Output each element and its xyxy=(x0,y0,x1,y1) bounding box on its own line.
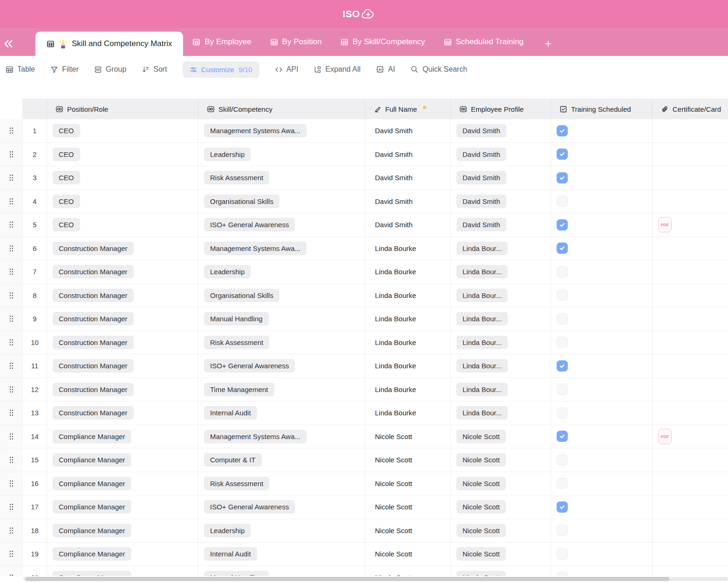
full-name-cell[interactable]: Linda Bourke xyxy=(365,307,450,331)
training-checkbox[interactable] xyxy=(557,501,568,513)
certificate-cell[interactable] xyxy=(652,166,728,189)
skill-cell[interactable]: Internal Audit xyxy=(198,401,365,425)
skill-pill[interactable]: Computer & IT xyxy=(204,453,262,467)
employee-profile-cell[interactable]: Nicole Scott xyxy=(450,495,551,519)
training-scheduled-cell[interactable] xyxy=(551,237,652,260)
employee-profile-pill[interactable]: David Smith xyxy=(456,218,506,231)
training-scheduled-cell[interactable] xyxy=(551,472,652,495)
toolbar-expand-all-button[interactable]: Expand All xyxy=(313,65,361,74)
employee-profile-pill[interactable]: Linda Bour... xyxy=(456,359,508,372)
position-pill[interactable]: Construction Manager xyxy=(53,289,134,302)
training-scheduled-cell[interactable] xyxy=(551,260,652,284)
training-scheduled-cell[interactable] xyxy=(551,331,652,354)
position-cell[interactable]: Construction Manager xyxy=(47,237,198,260)
skill-cell[interactable]: Manual Handling xyxy=(198,307,365,331)
employee-profile-pill[interactable]: Linda Bour... xyxy=(456,312,508,325)
position-cell[interactable]: Construction Manager xyxy=(47,307,198,331)
position-cell[interactable]: CEO xyxy=(47,190,198,213)
full-name-cell[interactable]: Linda Bourke xyxy=(365,260,450,284)
position-cell[interactable]: Construction Manager xyxy=(47,378,198,401)
skill-pill[interactable]: Time Management xyxy=(204,383,274,396)
training-checkbox[interactable] xyxy=(557,313,568,325)
employee-profile-cell[interactable]: Nicole Scott xyxy=(450,519,551,542)
row-drag-handle[interactable] xyxy=(0,448,22,472)
toolbar-ai-button[interactable]: AIAI xyxy=(376,65,395,74)
toolbar-sort-button[interactable]: Sort xyxy=(142,65,167,74)
skill-pill[interactable]: Management Systems Awa... xyxy=(204,242,306,255)
employee-profile-pill[interactable]: Nicole Scott xyxy=(456,430,506,443)
position-pill[interactable]: Compliance Manager xyxy=(53,500,131,514)
add-view-button[interactable]: + xyxy=(545,37,551,50)
position-cell[interactable]: Construction Manager xyxy=(47,354,198,378)
training-checkbox[interactable] xyxy=(557,337,568,348)
full-name-cell[interactable]: David Smith xyxy=(365,213,450,237)
toolbar-table-button[interactable]: Table xyxy=(6,65,35,74)
certificate-cell[interactable]: PDF xyxy=(652,425,728,448)
full-name-cell[interactable]: Linda Bourke xyxy=(365,237,450,260)
training-checkbox[interactable] xyxy=(557,525,568,536)
training-scheduled-cell[interactable] xyxy=(551,213,652,237)
full-name-cell[interactable]: David Smith xyxy=(365,143,450,166)
skill-pill[interactable]: Organisational Skills xyxy=(204,289,279,302)
position-cell[interactable]: Construction Manager xyxy=(47,284,198,307)
position-cell[interactable]: CEO xyxy=(47,119,198,142)
tab-by-employee[interactable]: By Employee xyxy=(183,28,260,56)
chevrons-left-icon[interactable] xyxy=(3,38,14,49)
skill-pill[interactable]: Risk Assessment xyxy=(204,171,269,184)
column-header-position-role[interactable]: Position/Role xyxy=(47,99,198,119)
skill-cell[interactable]: Risk Assessment xyxy=(198,472,365,495)
employee-profile-pill[interactable]: Linda Bour... xyxy=(456,383,508,396)
employee-profile-pill[interactable]: Linda Bour... xyxy=(456,265,508,278)
full-name-cell[interactable]: Linda Bourke xyxy=(365,401,450,425)
certificate-cell[interactable] xyxy=(652,495,728,519)
skill-pill[interactable]: Risk Assessment xyxy=(204,336,269,349)
employee-profile-pill[interactable]: Linda Bour... xyxy=(456,289,508,302)
skill-pill[interactable]: ISO+ General Awareness xyxy=(204,359,295,372)
employee-profile-pill[interactable]: Linda Bour... xyxy=(456,336,508,349)
employee-profile-cell[interactable]: David Smith xyxy=(450,143,551,166)
position-pill[interactable]: Construction Manager xyxy=(53,336,134,349)
certificate-cell[interactable] xyxy=(652,237,728,260)
training-scheduled-cell[interactable] xyxy=(551,448,652,472)
position-cell[interactable]: Compliance Manager xyxy=(47,495,198,519)
row-drag-handle[interactable] xyxy=(0,472,22,495)
row-drag-handle[interactable] xyxy=(0,331,22,354)
row-drag-handle[interactable] xyxy=(0,378,22,401)
skill-cell[interactable]: Organisational Skills xyxy=(198,284,365,307)
skill-cell[interactable]: Management Systems Awa... xyxy=(198,425,365,448)
position-cell[interactable]: Compliance Manager xyxy=(47,448,198,472)
position-cell[interactable]: CEO xyxy=(47,143,198,166)
skill-cell[interactable]: ISO+ General Awareness xyxy=(198,354,365,378)
position-cell[interactable]: Compliance Manager xyxy=(47,519,198,542)
training-checkbox[interactable] xyxy=(557,360,568,372)
employee-profile-cell[interactable]: Linda Bour... xyxy=(450,331,551,354)
skill-cell[interactable]: ISO+ General Awareness xyxy=(198,213,365,237)
full-name-cell[interactable]: Linda Bourke xyxy=(365,354,450,378)
row-drag-handle[interactable] xyxy=(0,354,22,378)
skill-pill[interactable]: Leadership xyxy=(204,148,251,161)
employee-profile-pill[interactable]: David Smith xyxy=(456,124,506,137)
row-drag-handle[interactable] xyxy=(0,307,22,331)
certificate-cell[interactable] xyxy=(652,472,728,495)
row-drag-handle[interactable] xyxy=(0,119,22,142)
employee-profile-cell[interactable]: David Smith xyxy=(450,166,551,189)
training-scheduled-cell[interactable] xyxy=(551,354,652,378)
employee-profile-pill[interactable]: Linda Bour... xyxy=(456,242,508,255)
full-name-cell[interactable]: David Smith xyxy=(365,190,450,213)
training-scheduled-cell[interactable] xyxy=(551,143,652,166)
training-checkbox[interactable] xyxy=(557,454,568,466)
employee-profile-cell[interactable]: David Smith xyxy=(450,213,551,237)
skill-cell[interactable]: Risk Assessment xyxy=(198,166,365,189)
skill-pill[interactable]: ISO+ General Awareness xyxy=(204,500,295,514)
skill-cell[interactable]: Computer & IT xyxy=(198,448,365,472)
position-cell[interactable]: Construction Manager xyxy=(47,401,198,425)
employee-profile-cell[interactable]: David Smith xyxy=(450,119,551,142)
column-header-employee-profile[interactable]: Employee Profile xyxy=(450,99,551,119)
toolbar-group-button[interactable]: Group xyxy=(94,65,126,74)
employee-profile-pill[interactable]: Linda Bour... xyxy=(456,406,508,420)
skill-cell[interactable]: Organisational Skills xyxy=(198,190,365,213)
position-pill[interactable]: Compliance Manager xyxy=(53,547,131,561)
employee-profile-pill[interactable]: David Smith xyxy=(456,148,506,161)
skill-pill[interactable]: Internal Audit xyxy=(204,406,257,420)
skill-pill[interactable]: Internal Audit xyxy=(204,547,257,561)
